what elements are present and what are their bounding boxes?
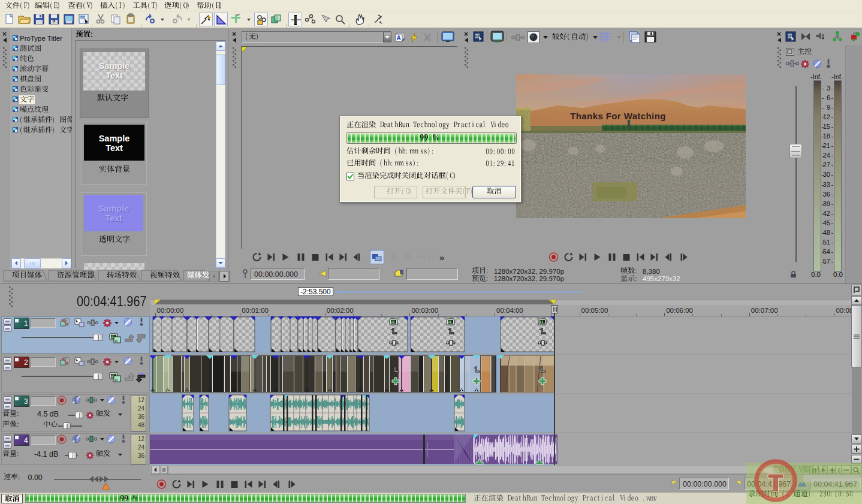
svg-text:Thanks For Watching: Thanks For Watching [570,111,666,121]
svg-text:?: ? [52,19,56,25]
svg-text:A: A [397,35,401,41]
